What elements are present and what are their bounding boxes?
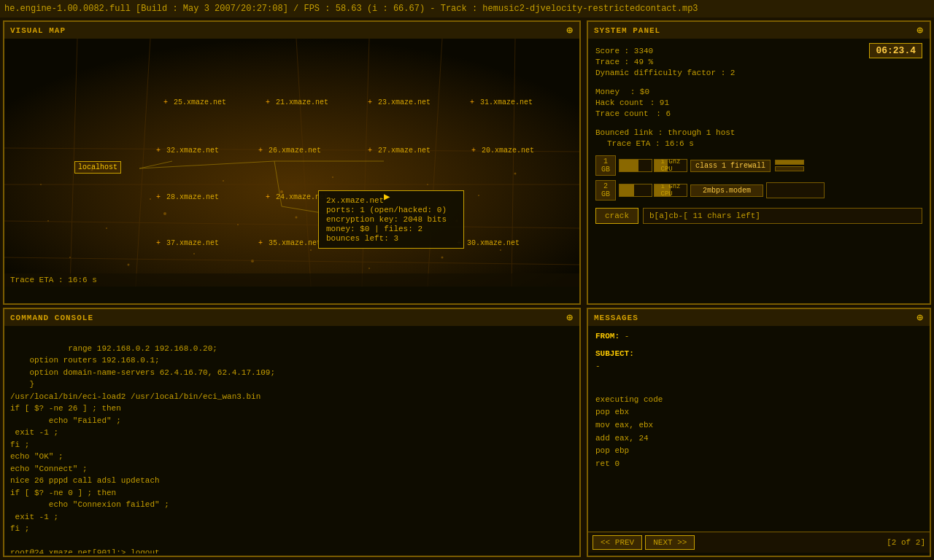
tooltip-bounces: bounces left: 3 [326, 234, 456, 243]
timer-value: 06:23.4 [876, 45, 916, 56]
subject-value: - [595, 362, 601, 370]
sys-trace-eta-label: Trace ETA : 16:6 s [607, 139, 694, 148]
node-27-label: 27.xmaze.net [378, 147, 431, 155]
visual-map-header: VISUAL MAP ⊕ [4, 22, 579, 39]
node-26-label: 26.xmaze.net [269, 147, 321, 155]
crack-input[interactable] [643, 208, 922, 224]
svg-point-6 [332, 176, 333, 178]
svg-point-3 [150, 198, 151, 200]
node-25[interactable]: 25.xmaze.net [163, 98, 226, 106]
node-25-label: 25.xmaze.net [174, 98, 226, 106]
node-28[interactable]: 28.xmaze.net [156, 193, 219, 201]
trace-label: Trace : 49 % [595, 58, 653, 66]
node-21[interactable]: 21.xmaze.net [266, 98, 328, 106]
from-value: - [625, 332, 630, 341]
node-30[interactable]: 30.xmaze.net [457, 239, 520, 247]
trace-count-row: Trace count : 6 [595, 109, 922, 118]
node-35[interactable]: 35.xmaze.net [258, 239, 321, 247]
body-line-3: add eax, 24 [595, 432, 922, 446]
score-row: Score : 3340 [595, 47, 735, 55]
node-37-label: 37.xmaze.net [166, 239, 219, 247]
message-count: [2 of 2] [887, 538, 925, 547]
node-32-label: 32.xmaze.net [166, 147, 219, 155]
subject-value-row: - [595, 360, 922, 373]
tooltip-money: money: $0 | files: 2 [326, 225, 456, 233]
hw-cpu-2-label: 1 GhzCPU [660, 184, 680, 197]
body-line-2: mov eax, ebx [595, 419, 922, 432]
hw-bar-container-2: 1 GhzCPU [619, 184, 687, 197]
system-panel-header: SYSTEM PANEL ⊕ [588, 22, 930, 39]
messages-header: MESSAGES ⊕ [588, 309, 930, 326]
subject-label: SUBJECT: [595, 349, 634, 358]
system-panel-icon: ⊕ [917, 24, 924, 36]
messages-title: MESSAGES [594, 314, 638, 322]
node-20[interactable]: 20.xmaze.net [471, 147, 534, 155]
node-31[interactable]: 31.xmaze.net [470, 98, 533, 106]
prev-button[interactable]: << PREV [593, 535, 642, 550]
hw-bar-2a [619, 184, 652, 197]
svg-point-22 [251, 260, 254, 262]
hw-bar-2b: 1 GhzCPU [654, 184, 687, 197]
hw-bar-1b: 1 GhzCPU [654, 159, 687, 172]
body-line-4: pop ebp [595, 445, 922, 458]
hw-gb-1: 1GB [595, 155, 616, 176]
hack-count-row: Hack count : 91 [595, 98, 922, 107]
localhost-node[interactable]: localhost [74, 161, 121, 174]
map-trace-eta-text: Trace ETA : 16:6 s [10, 276, 97, 284]
hw-firewall-label: class 1 firewall [690, 160, 771, 172]
svg-point-20 [128, 264, 130, 266]
node-21-label: 21.xmaze.net [276, 98, 328, 106]
from-label: FROM: [595, 332, 620, 341]
node-tooltip: 2x.xmaze.net ports: 1 (open/hacked: 0) e… [318, 190, 464, 249]
hw-cpu-1-label: 1 GhzCPU [660, 159, 680, 172]
body-executing: executing code pop ebx mov eax, ebx add … [595, 394, 922, 471]
executing-label: executing code [595, 394, 922, 407]
hardware-section: 1GB 1 GhzCPU class 1 firewall [595, 155, 922, 201]
node-37[interactable]: 37.xmaze.net [156, 239, 219, 247]
bounced-row: Bounced link : through 1 host [595, 128, 922, 137]
hw-row-1: 1GB 1 GhzCPU class 1 firewall [595, 155, 922, 176]
console-text: range 192.168.0.2 192.168.0.20; option r… [10, 344, 275, 554]
bounced-label: Bounced link : through 1 host [595, 128, 735, 137]
system-content: Score : 3340 Trace : 49 % Dynamic diffic… [588, 39, 930, 301]
messages-content: FROM: - SUBJECT: - executing code pop eb… [588, 326, 930, 532]
map-trace-eta: Trace ETA : 16:6 s [4, 273, 579, 287]
svg-point-23 [310, 249, 312, 251]
next-button[interactable]: NEXT >> [645, 535, 695, 550]
hw-row-2: 2GB 1 GhzCPU 2mbps.modem [595, 180, 922, 201]
console-icon: ⊕ [567, 311, 574, 324]
hw-modem-text: 2mbps.modem [703, 187, 751, 195]
messages-panel: MESSAGES ⊕ FROM: - SUBJECT: - executing … [587, 308, 931, 557]
console-header: COMMAND CONSOLE ⊕ [4, 309, 579, 326]
ddf-label: Dynamic difficulty factor : 2 [595, 69, 735, 77]
node-32[interactable]: 32.xmaze.net [156, 147, 219, 155]
svg-point-26 [500, 249, 501, 251]
node-26[interactable]: 26.xmaze.net [258, 147, 321, 155]
console-panel: COMMAND CONSOLE ⊕ range 192.168.0.2 192.… [3, 308, 581, 557]
hw-firewall-text: class 1 firewall [695, 162, 765, 170]
svg-point-15 [296, 217, 298, 219]
hw-modem-label: 2mbps.modem [690, 184, 763, 197]
cursor-indicator: ▶ [384, 190, 390, 203]
visual-map-title: VISUAL MAP [10, 26, 66, 35]
svg-point-9 [478, 195, 479, 196]
console-title: COMMAND CONSOLE [10, 314, 93, 322]
timer-display: 06:23.4 [869, 43, 922, 58]
node-30-label: 30.xmaze.net [467, 239, 520, 247]
title-bar: he.engine-1.00.0082.full [Build : May 3 … [0, 0, 934, 18]
node-23-label: 23.xmaze.net [378, 98, 431, 106]
hw-gb-2: 2GB [595, 180, 616, 201]
hw-black-box [766, 182, 825, 198]
crack-section: crack [595, 208, 922, 224]
score-label: Score : 3340 [595, 47, 653, 55]
console-content[interactable]: range 192.168.0.2 192.168.0.20; option r… [4, 326, 579, 553]
tooltip-encryption: encryption key: 2048 bits [326, 215, 456, 224]
svg-point-25 [441, 257, 444, 259]
node-23[interactable]: 23.xmaze.net [368, 98, 431, 106]
node-31-label: 31.xmaze.net [480, 98, 533, 106]
trace-count-label: Trace count [595, 109, 649, 118]
crack-button[interactable]: crack [595, 208, 638, 224]
hack-count-value: 91 [660, 98, 669, 107]
money-label: Money [595, 88, 620, 96]
node-27[interactable]: 27.xmaze.net [368, 147, 431, 155]
